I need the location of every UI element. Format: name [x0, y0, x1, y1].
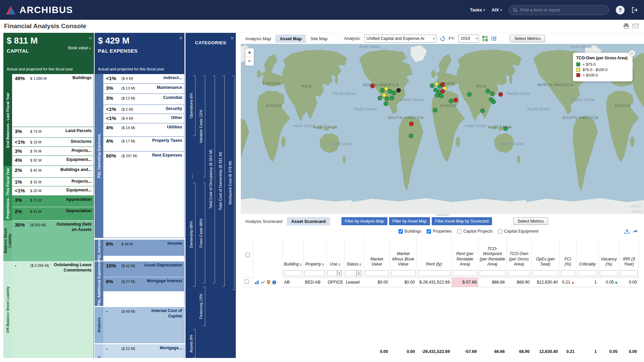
archibus-logo[interactable]: ARCHIBUS — [5, 5, 73, 15]
column-header-property[interactable]: Property — [303, 237, 326, 269]
leaflet-attribution[interactable]: Leaflet | — [631, 209, 643, 213]
book-value-selector[interactable]: Book value ▾ — [68, 46, 91, 50]
treemap-row-land-parcels[interactable]: 3%$ 73 MLand Parcels — [12, 127, 94, 138]
column-header-irr[interactable]: IRR (3 Year) — [619, 237, 639, 269]
treemap-row-mortgage-interest[interactable]: 6%($ 27 M)Mortgage Interest — [103, 277, 184, 292]
checkbox-input[interactable] — [398, 229, 403, 234]
treemap-row-security[interactable]: <1%($ 2 M)Security — [103, 105, 184, 114]
global-search[interactable] — [508, 5, 609, 15]
tab-asset-map[interactable]: Asset Map — [275, 35, 306, 43]
map-marker-red[interactable] — [440, 89, 445, 94]
tasks-menu[interactable]: Tasks▾ — [470, 7, 485, 12]
sort-icon[interactable] — [300, 263, 302, 266]
column-header-use[interactable]: Use — [326, 237, 344, 269]
email-icon[interactable] — [633, 24, 639, 28]
map-marker-green[interactable] — [430, 83, 434, 88]
column-header-opex[interactable]: OpEx (per Seat) — [531, 237, 559, 269]
checkbox-input[interactable] — [498, 229, 502, 234]
treemap-row-maintenance[interactable]: 3%($ 13 M)Maintenance — [103, 84, 184, 94]
map-marker-green[interactable] — [491, 100, 496, 104]
select-all-checkbox[interactable] — [246, 253, 250, 257]
treemap-row-internal-cost-of-capital[interactable]: -($ 49 M)Internal Cost of Capital — [103, 307, 184, 343]
checkbox-properties[interactable]: Properties — [427, 229, 452, 234]
tab-site-map[interactable]: Site Map — [306, 35, 332, 43]
scorecard-select-metrics-button[interactable]: Select Metrics — [513, 218, 548, 225]
treemap-row-buildings[interactable]: 49%$ 1,090 MBuildings — [12, 74, 94, 127]
map-pin-icon[interactable] — [267, 280, 270, 285]
treemap-row-rent-expenses[interactable]: 60%($ 257 M)Rent Expenses — [103, 152, 184, 238]
map-marker-green[interactable] — [467, 92, 472, 97]
treemap-row-depreciation[interactable]: 2%$ 41 MDepreciation — [12, 207, 94, 221]
map-marker-green[interactable] — [439, 94, 443, 98]
sort-icon[interactable] — [322, 263, 324, 266]
filter-input-status[interactable] — [345, 270, 357, 276]
checkbox-capital-projects[interactable]: Capital Projects — [457, 229, 493, 234]
sort-icon[interactable] — [359, 263, 361, 266]
zoom-out-button[interactable]: − — [245, 57, 254, 66]
help-button[interactable]: ? — [616, 6, 625, 14]
trend-chart-icon[interactable] — [261, 280, 265, 285]
row-checkbox[interactable] — [245, 280, 249, 284]
export-icon[interactable]: ▾ — [624, 229, 628, 234]
treemap-row-structures[interactable]: <1%$ 19 MStructures — [12, 138, 94, 147]
map-marker-green[interactable] — [433, 108, 437, 112]
treemap-row-equipment-[interactable]: 4%$ 92 MEquipment... — [12, 156, 94, 166]
checkbox-input[interactable] — [457, 229, 462, 234]
map-marker-red[interactable] — [409, 122, 414, 126]
column-header-status[interactable]: Status — [344, 237, 364, 269]
map-marker-green[interactable] — [503, 126, 508, 131]
treemap-row-projects-[interactable]: 1%$ 32 MProjects... — [12, 178, 94, 186]
map-marker-red[interactable] — [498, 92, 503, 97]
grid-view-icon[interactable] — [482, 36, 488, 41]
map-marker-green[interactable] — [480, 109, 485, 113]
chart-icon[interactable] — [255, 280, 259, 285]
treemap-row-utilities[interactable]: 4%($ 19 M)Utilities — [103, 123, 184, 137]
map-select-metrics-button[interactable]: Select Metrics — [510, 35, 545, 42]
filter-by-analysis-map-button[interactable]: Filter by Analysis Map — [341, 217, 387, 225]
analysis-select[interactable]: Unified Capital and Expense Ar▾ — [364, 35, 436, 43]
column-header-fci[interactable]: FCI (%) — [559, 237, 576, 269]
filter-input-rent_pra[interactable] — [453, 270, 477, 276]
treemap-row-indirect-[interactable]: <1%($ 4 M)Indirect... — [103, 74, 184, 84]
print-icon[interactable] — [623, 23, 629, 29]
treemap-row-mortgage-[interactable]: -($ 22 M)Mortgage... — [103, 344, 184, 358]
filter-dropdown-use[interactable]: ▼ — [337, 270, 342, 276]
map-marker-green[interactable] — [384, 102, 388, 106]
map-marker-red[interactable] — [453, 98, 458, 102]
resize-handle[interactable] — [436, 214, 449, 216]
treemap-row-equipment-[interactable]: <1%$ 20 MEquipment... — [12, 186, 94, 196]
tab-analysis-map[interactable]: Analysis Map — [241, 35, 275, 43]
zoom-in-button[interactable]: + — [245, 48, 254, 57]
legend-close-button[interactable]: × — [629, 50, 635, 57]
column-header-market_value[interactable]: Market Value — [364, 237, 390, 269]
column-header-vacancy[interactable]: Vacancy (%) — [598, 237, 619, 269]
column-header-tco_wp[interactable]: TCO-Workpoint (per Rentable Area) — [478, 237, 506, 269]
filter-by-asset-map-button[interactable]: Filter by Asset Map — [389, 217, 430, 225]
logout-icon[interactable] — [631, 6, 639, 14]
treemap-row-outstanding-lease-commitments[interactable]: -($ 2,056 M)Outstanding Lease Commitment… — [12, 261, 94, 358]
refresh-icon[interactable] — [440, 36, 445, 42]
filter-input-tco_wp[interactable] — [480, 270, 505, 276]
expand-panel-icon[interactable]: » — [179, 35, 182, 41]
treemap-row-property-taxes[interactable]: 4%($ 17 M)Property Taxes — [103, 137, 184, 152]
treemap-row-appreciation[interactable]: 3%$ 71 MAppreciation — [12, 196, 94, 207]
filter-asset-map-by-scorecard-button[interactable]: Filter Asset Map by Scorecard — [432, 217, 492, 225]
column-header-tco_own[interactable]: TCO-Own (per Gross Area) — [506, 237, 531, 269]
filter-input-mmbv[interactable] — [391, 270, 416, 276]
filter-input-market_value[interactable] — [365, 270, 389, 276]
treemap-row-income[interactable]: 8%$ 34 MIncome — [103, 240, 184, 256]
list-view-icon[interactable] — [491, 36, 496, 41]
map-marker-green[interactable] — [490, 92, 494, 96]
fiscal-year-select[interactable]: 2019▾ — [458, 35, 479, 43]
column-header-rent_fy[interactable]: Rent (fy) — [417, 237, 451, 269]
info-icon[interactable]: i — [272, 280, 276, 285]
tab-analysis-scorecard[interactable]: Analysis Scorecard — [241, 217, 287, 226]
treemap-row-outstanding-debt-on-assets[interactable]: 30%($ 663 M)Outstanding Debt on Assets — [12, 221, 94, 261]
filter-input-building[interactable] — [284, 270, 302, 276]
column-header-criticality[interactable]: Criticality — [576, 237, 598, 269]
map-marker-red[interactable] — [370, 84, 375, 88]
filter-input-property[interactable] — [305, 270, 325, 276]
map-marker-green[interactable] — [486, 89, 490, 93]
forward-icon[interactable] — [632, 229, 638, 234]
column-header-mmbv[interactable]: Market Minus Book Value — [390, 237, 417, 269]
